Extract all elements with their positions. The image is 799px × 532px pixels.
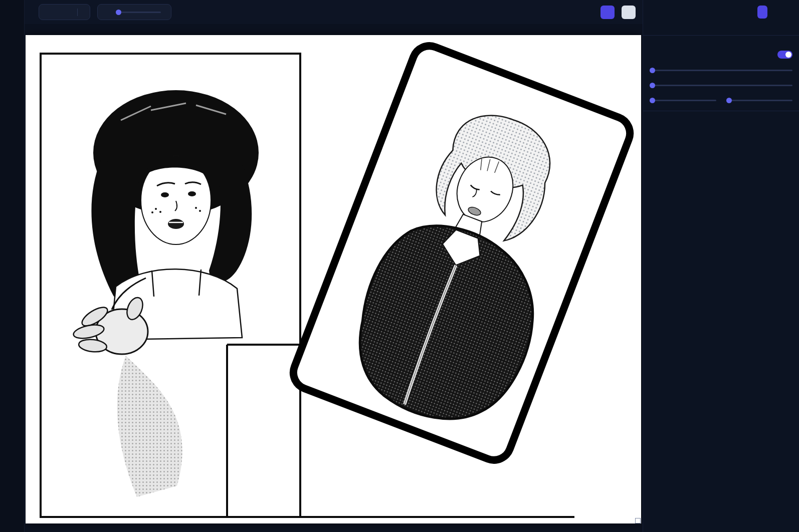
canvas-resize-handle[interactable]: [635, 518, 641, 523]
layers-header: [643, 111, 799, 121]
import-brushes-icon[interactable]: [772, 8, 780, 16]
export-png-button[interactable]: [601, 6, 615, 19]
export-brushes-icon[interactable]: [784, 8, 792, 16]
top-toolbar: [25, 0, 643, 24]
brushes-header: [643, 0, 799, 24]
canvas-artwork: [26, 35, 641, 523]
right-panel: [643, 0, 799, 532]
spacing-slider[interactable]: [650, 82, 792, 89]
drawing-canvas[interactable]: [26, 35, 641, 523]
create-from-layer-button[interactable]: [757, 6, 767, 19]
export-psd-button[interactable]: [622, 6, 636, 19]
rotation-slider[interactable]: [116, 9, 161, 16]
divider: [77, 9, 78, 16]
scatter-slider[interactable]: [650, 97, 716, 104]
pressure-sensitivity-toggle[interactable]: [777, 51, 792, 59]
brush-settings: [643, 35, 799, 111]
tool-sidebar: [0, 0, 25, 532]
zoom-controls: [39, 4, 90, 20]
size-slider[interactable]: [650, 67, 792, 74]
canvas-area: [25, 24, 643, 532]
rotation-controls: [97, 4, 171, 20]
app-window: [0, 0, 799, 532]
rotate-canvas-icon[interactable]: [103, 8, 111, 16]
brush-previews: [643, 24, 799, 35]
layers-list: [643, 121, 799, 532]
brush-rotate-slider[interactable]: [726, 97, 793, 104]
